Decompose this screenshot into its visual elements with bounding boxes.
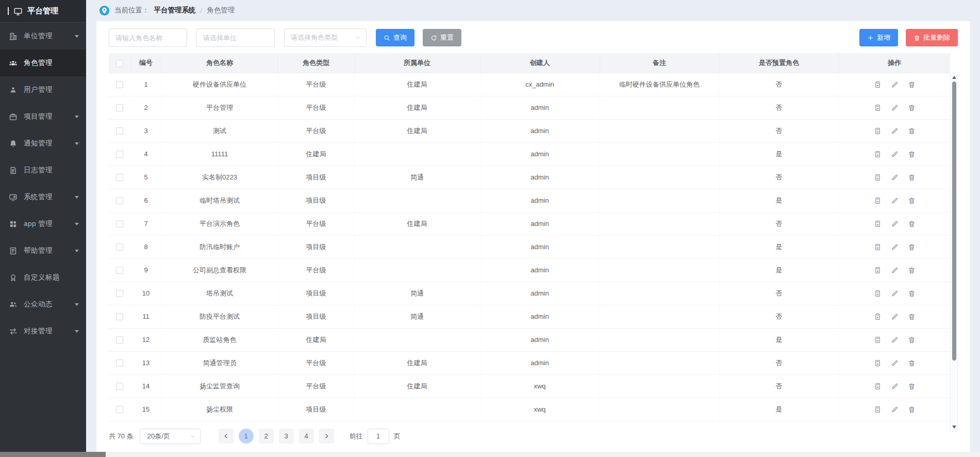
delete-button[interactable] [908, 313, 916, 321]
view-button[interactable] [874, 382, 882, 390]
edit-button[interactable] [891, 220, 899, 228]
view-button[interactable] [874, 405, 882, 414]
sidebar-item-user-management[interactable]: 用户管理 [0, 76, 86, 103]
chevron-down-icon [355, 35, 361, 41]
delete-button[interactable] [908, 266, 916, 274]
sidebar-item-project-management[interactable]: 项目管理 [0, 103, 86, 130]
delete-button[interactable] [908, 405, 916, 414]
view-button[interactable] [874, 80, 882, 89]
delete-button[interactable] [908, 173, 916, 182]
edit-button[interactable] [891, 266, 899, 274]
sidebar-item-system-management[interactable]: 系统管理 [0, 184, 86, 210]
view-button[interactable] [874, 220, 882, 228]
row-checkbox[interactable] [116, 290, 123, 297]
table-row: 411111住建局admin是 [109, 142, 950, 166]
row-checkbox[interactable] [116, 383, 123, 390]
view-button[interactable] [874, 336, 882, 344]
page-size-select[interactable]: 20条/页 [140, 429, 201, 444]
breadcrumb-root[interactable]: 平台管理系统 [154, 6, 196, 15]
scroll-up-arrow-icon[interactable] [952, 76, 956, 79]
sidebar-item-log-management[interactable]: 日志管理 [0, 157, 86, 184]
edit-button[interactable] [891, 173, 899, 182]
row-checkbox[interactable] [116, 151, 123, 158]
row-checkbox[interactable] [116, 127, 123, 135]
horizontal-scrollbar-thumb[interactable] [0, 452, 106, 457]
page-4-button[interactable]: 4 [299, 429, 314, 444]
view-button[interactable] [874, 104, 882, 112]
row-checkbox[interactable] [116, 313, 123, 320]
batch-delete-button[interactable]: 批量删除 [906, 29, 958, 46]
page-2-button[interactable]: 2 [259, 429, 274, 444]
delete-button[interactable] [908, 382, 916, 390]
row-checkbox[interactable] [116, 336, 123, 344]
view-button[interactable] [874, 313, 882, 321]
role-name-input[interactable] [109, 28, 187, 47]
cell-creator: xwq [480, 398, 600, 421]
edit-button[interactable] [891, 359, 899, 367]
edit-button[interactable] [891, 289, 899, 298]
row-checkbox[interactable] [116, 406, 123, 413]
sidebar-item-app-management[interactable]: app 管理 [0, 210, 86, 237]
row-checkbox[interactable] [116, 360, 123, 367]
row-checkbox[interactable] [116, 104, 123, 111]
reset-button[interactable]: 重置 [423, 29, 461, 46]
goto-page-input[interactable] [368, 429, 389, 444]
chevron-down-icon [75, 303, 79, 306]
table-scrollbar[interactable] [950, 73, 958, 432]
page-numbers: 1234 [236, 429, 317, 444]
view-button[interactable] [874, 197, 882, 205]
delete-button[interactable] [908, 197, 916, 205]
edit-button[interactable] [891, 382, 899, 390]
sidebar-item-role-management[interactable]: 角色管理 [0, 50, 86, 76]
scroll-down-arrow-icon[interactable] [952, 426, 956, 429]
row-checkbox[interactable] [116, 243, 123, 251]
view-button[interactable] [874, 266, 882, 274]
view-button[interactable] [874, 173, 882, 182]
delete-button[interactable] [908, 243, 916, 251]
sidebar-item-notice-management[interactable]: 通知管理 [0, 130, 86, 157]
view-button[interactable] [874, 150, 882, 158]
delete-button[interactable] [908, 220, 916, 228]
role-type-select[interactable]: 请选择角色类型 [284, 28, 367, 47]
edit-button[interactable] [891, 313, 899, 321]
delete-button[interactable] [908, 359, 916, 367]
delete-button[interactable] [908, 127, 916, 135]
scrollbar-thumb[interactable] [952, 81, 956, 361]
delete-button[interactable] [908, 150, 916, 158]
select-all-checkbox[interactable] [116, 60, 123, 67]
delete-button[interactable] [908, 289, 916, 298]
search-button[interactable]: 查询 [376, 29, 414, 46]
view-button[interactable] [874, 127, 882, 135]
edit-button[interactable] [891, 197, 899, 205]
delete-button[interactable] [908, 104, 916, 112]
next-page-button[interactable] [319, 429, 334, 444]
edit-button[interactable] [891, 243, 899, 251]
view-button[interactable] [874, 289, 882, 298]
edit-button[interactable] [891, 80, 899, 89]
prev-page-button[interactable] [219, 429, 234, 444]
sidebar-item-unit-management[interactable]: 单位管理 [0, 23, 86, 50]
sidebar-item-help-management[interactable]: 帮助管理 [0, 237, 86, 264]
page-1-button[interactable]: 1 [239, 429, 254, 444]
edit-button[interactable] [891, 104, 899, 112]
delete-button[interactable] [908, 336, 916, 344]
sidebar-item-custom-title[interactable]: 自定义标题 [0, 264, 86, 291]
view-button[interactable] [874, 243, 882, 251]
edit-button[interactable] [891, 150, 899, 158]
edit-button[interactable] [891, 405, 899, 414]
row-checkbox[interactable] [116, 267, 123, 274]
sidebar-item-connection-management[interactable]: 对接管理 [0, 318, 86, 345]
delete-button[interactable] [908, 80, 916, 89]
row-checkbox[interactable] [116, 81, 123, 88]
horizontal-scrollbar[interactable] [0, 452, 980, 457]
page-3-button[interactable]: 3 [279, 429, 294, 444]
row-checkbox[interactable] [116, 220, 123, 227]
add-button[interactable]: 新增 [859, 29, 898, 46]
edit-button[interactable] [891, 127, 899, 135]
sidebar-item-public-dynamics[interactable]: 公众动态 [0, 291, 86, 318]
row-checkbox[interactable] [116, 174, 123, 181]
unit-select[interactable] [196, 28, 275, 47]
edit-button[interactable] [891, 336, 899, 344]
view-button[interactable] [874, 359, 882, 367]
row-checkbox[interactable] [116, 197, 123, 204]
